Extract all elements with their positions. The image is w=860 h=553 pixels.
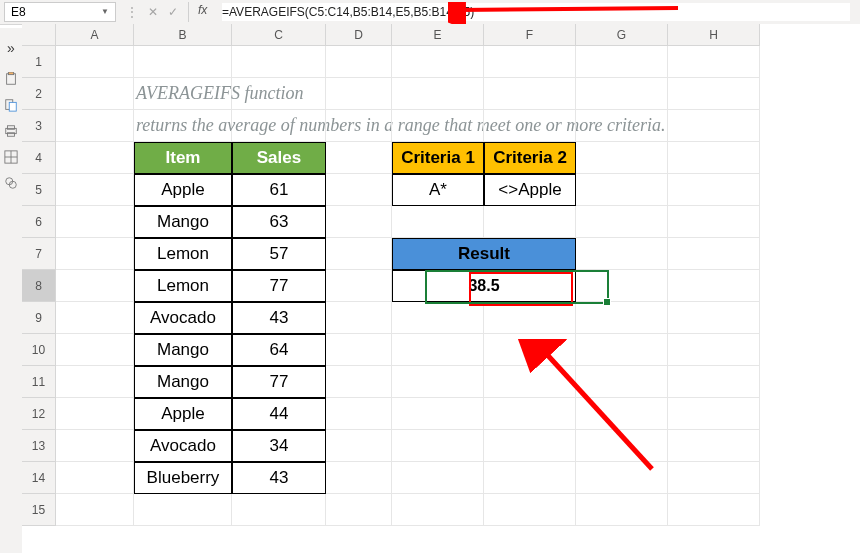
grid-icon[interactable] <box>4 150 18 164</box>
cell-C1[interactable] <box>232 46 326 78</box>
clipboard-icon[interactable] <box>4 72 18 86</box>
cell-F5[interactable]: <>Apple <box>484 174 576 206</box>
cell-F12[interactable] <box>484 398 576 430</box>
cell-D9[interactable] <box>326 302 392 334</box>
row-header-10[interactable]: 10 <box>22 334 56 366</box>
enter-icon[interactable]: ✓ <box>166 5 180 19</box>
cell-A8[interactable] <box>56 270 134 302</box>
row-header-5[interactable]: 5 <box>22 174 56 206</box>
cell-H11[interactable] <box>668 366 760 398</box>
cell-B5[interactable]: Apple <box>134 174 232 206</box>
cell-F1[interactable] <box>484 46 576 78</box>
cell-G5[interactable] <box>576 174 668 206</box>
cell-F6[interactable] <box>484 206 576 238</box>
cell-H4[interactable] <box>668 142 760 174</box>
cell-D8[interactable] <box>326 270 392 302</box>
cell-B11[interactable]: Mango <box>134 366 232 398</box>
cell-B13[interactable]: Avocado <box>134 430 232 462</box>
cell-F10[interactable] <box>484 334 576 366</box>
cell-F15[interactable] <box>484 494 576 526</box>
cell-H15[interactable] <box>668 494 760 526</box>
cell-C13[interactable]: 34 <box>232 430 326 462</box>
row-header-6[interactable]: 6 <box>22 206 56 238</box>
col-header-F[interactable]: F <box>484 24 576 46</box>
find-icon[interactable] <box>4 176 18 190</box>
cell-G1[interactable] <box>576 46 668 78</box>
cell-H14[interactable] <box>668 462 760 494</box>
cell-F14[interactable] <box>484 462 576 494</box>
cell-H8[interactable] <box>668 270 760 302</box>
col-header-E[interactable]: E <box>392 24 484 46</box>
cell-G14[interactable] <box>576 462 668 494</box>
cell-G4[interactable] <box>576 142 668 174</box>
row-header-9[interactable]: 9 <box>22 302 56 334</box>
cell-E15[interactable] <box>392 494 484 526</box>
cancel-icon[interactable]: ✕ <box>146 5 160 19</box>
cell-B2[interactable]: AVERAGEIFS function <box>134 78 232 110</box>
cell-G7[interactable] <box>576 238 668 270</box>
cell-H3[interactable] <box>668 110 760 142</box>
cell-H12[interactable] <box>668 398 760 430</box>
cell-B9[interactable]: Avocado <box>134 302 232 334</box>
cell-C14[interactable]: 43 <box>232 462 326 494</box>
cell-C7[interactable]: 57 <box>232 238 326 270</box>
cell-C2[interactable] <box>232 78 326 110</box>
cell-E12[interactable] <box>392 398 484 430</box>
cell-D10[interactable] <box>326 334 392 366</box>
cell-D6[interactable] <box>326 206 392 238</box>
cell-C6[interactable]: 63 <box>232 206 326 238</box>
fx-label[interactable]: fx <box>198 3 207 17</box>
name-box-dropdown-icon[interactable]: ▼ <box>101 3 109 21</box>
cell-F13[interactable] <box>484 430 576 462</box>
cell-A13[interactable] <box>56 430 134 462</box>
cell-C11[interactable]: 77 <box>232 366 326 398</box>
cell-D11[interactable] <box>326 366 392 398</box>
row-header-1[interactable]: 1 <box>22 46 56 78</box>
cell-C9[interactable]: 43 <box>232 302 326 334</box>
cell-E3[interactable] <box>392 110 484 142</box>
row-header-2[interactable]: 2 <box>22 78 56 110</box>
cell-A2[interactable] <box>56 78 134 110</box>
cell-D14[interactable] <box>326 462 392 494</box>
cell-F11[interactable] <box>484 366 576 398</box>
cell-A10[interactable] <box>56 334 134 366</box>
formula-input[interactable]: =AVERAGEIFS(C5:C14,B5:B14,E5,B5:B14,F5) <box>222 3 850 21</box>
row-header-7[interactable]: 7 <box>22 238 56 270</box>
cell-H13[interactable] <box>668 430 760 462</box>
cell-F9[interactable] <box>484 302 576 334</box>
cell-H7[interactable] <box>668 238 760 270</box>
cell-B12[interactable]: Apple <box>134 398 232 430</box>
cell-G9[interactable] <box>576 302 668 334</box>
row-header-14[interactable]: 14 <box>22 462 56 494</box>
col-header-C[interactable]: C <box>232 24 326 46</box>
cell-B6[interactable]: Mango <box>134 206 232 238</box>
cell-E14[interactable] <box>392 462 484 494</box>
cell-E8[interactable]: 38.5 <box>392 270 576 302</box>
cell-B10[interactable]: Mango <box>134 334 232 366</box>
cell-A1[interactable] <box>56 46 134 78</box>
cell-G15[interactable] <box>576 494 668 526</box>
cell-B3[interactable]: returns the average of numbers in a rang… <box>134 110 232 142</box>
cell-B1[interactable] <box>134 46 232 78</box>
cell-D1[interactable] <box>326 46 392 78</box>
row-header-11[interactable]: 11 <box>22 366 56 398</box>
cell-A14[interactable] <box>56 462 134 494</box>
cell-G11[interactable] <box>576 366 668 398</box>
cell-G13[interactable] <box>576 430 668 462</box>
cell-C12[interactable]: 44 <box>232 398 326 430</box>
cell-H5[interactable] <box>668 174 760 206</box>
col-header-D[interactable]: D <box>326 24 392 46</box>
cell-C15[interactable] <box>232 494 326 526</box>
row-header-13[interactable]: 13 <box>22 430 56 462</box>
cell-G12[interactable] <box>576 398 668 430</box>
cell-C3[interactable] <box>232 110 326 142</box>
cell-C4[interactable]: Sales <box>232 142 326 174</box>
cell-E13[interactable] <box>392 430 484 462</box>
col-header-H[interactable]: H <box>668 24 760 46</box>
cell-D15[interactable] <box>326 494 392 526</box>
cell-H2[interactable] <box>668 78 760 110</box>
cell-D3[interactable] <box>326 110 392 142</box>
cell-E4[interactable]: Criteria 1 <box>392 142 484 174</box>
cell-D5[interactable] <box>326 174 392 206</box>
cell-E7[interactable]: Result <box>392 238 576 270</box>
